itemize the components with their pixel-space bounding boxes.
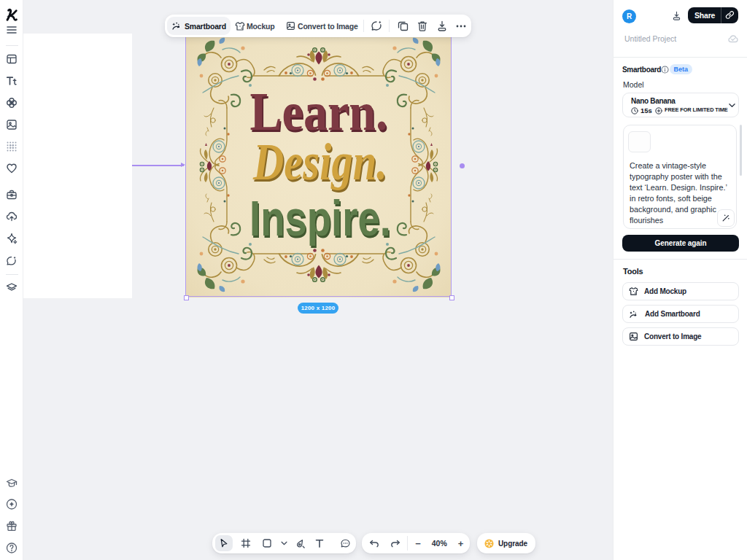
svg-text:Inspire.: Inspire. bbox=[249, 190, 391, 246]
svg-text:Design.: Design. bbox=[252, 133, 387, 190]
svg-text:Learn.: Learn. bbox=[250, 82, 388, 141]
